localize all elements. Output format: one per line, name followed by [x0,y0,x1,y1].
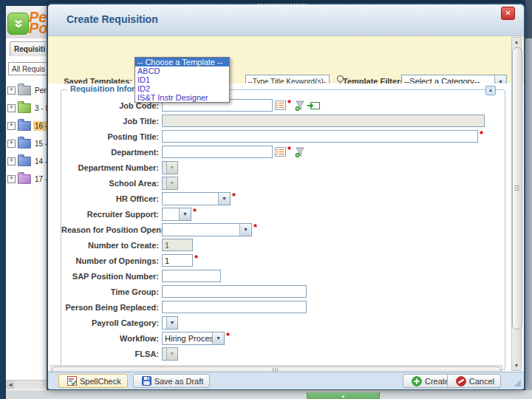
chevron-down-icon[interactable]: ▼ [239,224,251,236]
collapse-section-icon[interactable]: ▲ [485,86,496,95]
tree-item[interactable]: +16 - [7,117,47,134]
sap-position-number-input[interactable] [162,270,221,282]
job-title-label: Job Title: [61,117,159,126]
app-bottom-strip [6,390,532,399]
hr-officer-select[interactable]: ▼ [162,192,231,205]
chevron-down-icon[interactable]: ▼ [218,193,230,205]
template-option[interactable]: ABCD [135,66,229,75]
school-area-select: ▼ [162,177,178,190]
number-of-openings-input[interactable] [162,254,193,267]
spellcheck-icon [67,376,77,386]
chevron-down-icon[interactable]: ▼ [166,317,177,329]
vertical-scrollbar[interactable]: ▲ ▼ [511,37,522,371]
tree-item-label: 16 - [33,121,47,131]
required-asterisk: * [253,224,257,231]
required-asterisk: * [194,255,198,262]
department-input[interactable] [162,146,273,158]
resize-grip-icon[interactable] [513,378,522,387]
folder-icon [18,121,31,131]
dialog-title: Create Requisition [66,13,158,25]
double-chevron-down-icon [13,18,24,29]
templates-bar: Saved Templates: -- Choose a Template --… [48,36,524,83]
chevron-down-icon: ▼ [166,348,177,360]
tree-item[interactable]: +Perso [7,81,47,99]
save-icon [142,376,151,386]
saved-templates-dropdown-list: -- Choose a Template --ABCDID1ID2IS&T In… [134,57,230,103]
dialog-titlebar[interactable]: Create Requisition ✕ [48,4,524,36]
field-row-hr-officer: HR Officer:▼* [61,192,503,205]
job-title-input [162,115,485,127]
expand-icon[interactable]: + [7,175,16,183]
chevron-down-icon[interactable]: ▼ [179,208,191,220]
expand-icon[interactable]: + [7,157,16,166]
dialog-footer: SpellCheck Save as Draft Create Cancel [48,372,524,389]
template-option[interactable]: ID1 [135,75,229,84]
reason-for-position-opening-label: Reason for Position Opening: [61,225,159,234]
expand-icon[interactable]: + [7,86,16,95]
tab-requisitions[interactable]: Requisiti [10,41,47,56]
requisitions-filter[interactable]: All Requis [8,62,47,75]
lookup-list-icon[interactable] [275,147,286,157]
required-asterisk: * [480,131,483,138]
scroll-left-icon[interactable]: ◀ [6,381,15,389]
tree-item[interactable]: +17 - [7,170,47,188]
folder-icon [18,103,31,113]
form-rows: Job Code:*Job Title:Posting Title:*Depar… [61,99,503,363]
field-row-person-being-replaced: Person Being Replaced: [61,301,503,313]
vertical-scroll-thumb[interactable] [512,47,522,330]
reason-for-position-opening-select[interactable]: ▼ [162,223,252,236]
expand-icon[interactable]: + [7,104,16,112]
workflow-label: Workflow: [61,334,159,343]
workflow-select[interactable]: Hiring Process▼ [162,332,225,345]
app-logo: PePo [29,12,47,35]
left-sidebar: PePo Requisiti All Requis +Perso+3 - H+1… [6,6,47,390]
required-asterisk: * [287,100,291,107]
close-icon[interactable]: ✕ [501,7,515,20]
template-option[interactable]: IS&T Instr Designer [135,93,229,102]
save-as-draft-button[interactable]: Save as Draft [133,374,211,388]
field-row-number-of-openings: Number of Openings:* [61,254,503,267]
cancel-button[interactable]: Cancel [447,374,501,388]
scroll-up-icon[interactable]: ▲ [512,38,521,47]
filter-funnel-icon[interactable] [295,147,305,157]
chevron-down-icon[interactable]: ▼ [212,332,224,344]
create-label: Create [425,377,449,386]
sidebar-horizontal-scrollbar[interactable]: ◀ [6,380,47,389]
template-option[interactable]: -- Choose a Template -- [135,58,229,66]
expand-icon[interactable]: + [7,122,16,130]
app-right-edge [525,38,532,390]
requisitions-filter-label: All Requis [12,65,45,73]
download-button[interactable] [7,13,29,35]
folder-icon [18,139,31,149]
posting-title-label: Posting Title: [61,132,159,141]
payroll-category-select[interactable]: ▼ [162,316,178,330]
posting-title-input[interactable] [162,130,478,143]
scroll-down-icon[interactable]: ▼ [512,361,521,370]
field-row-payroll-category: Payroll Category:▼ [61,316,503,329]
grip-icon [514,185,519,191]
field-row-job-title: Job Title: [61,115,503,127]
department-number-label: Department Number: [61,163,159,172]
dialog-content: Requisition Information ▲ Job Code:*Job … [48,83,524,372]
tree-item[interactable]: +14 - [7,152,47,170]
field-row-sap-position-number: SAP Position Number: [61,270,503,282]
person-being-replaced-input[interactable] [162,301,307,313]
lookup-list-icon[interactable] [275,100,286,110]
spellcheck-button[interactable]: SpellCheck [58,374,128,388]
template-option[interactable]: ID2 [135,84,229,93]
collapse-panel-handle[interactable]: ▲ [307,392,380,399]
tree-item[interactable]: +15 - [7,134,47,152]
tree-item-label: 17 - [33,174,47,184]
import-template-icon[interactable] [307,101,320,110]
expand-icon[interactable]: + [7,140,16,148]
folder-icon [18,174,31,184]
field-row-number-to-create: Number to Create: [61,239,503,251]
field-row-posting-title: Posting Title:* [61,130,503,143]
filter-funnel-icon[interactable] [295,100,305,111]
flsa-select: ▼ [162,347,178,361]
tree-item[interactable]: +3 - H [7,99,47,117]
department-number-select: ▼ [162,161,178,174]
folder-icon [18,86,31,95]
time-group-input[interactable] [162,285,307,298]
recruiter-support-select[interactable]: ▼ [162,208,191,221]
